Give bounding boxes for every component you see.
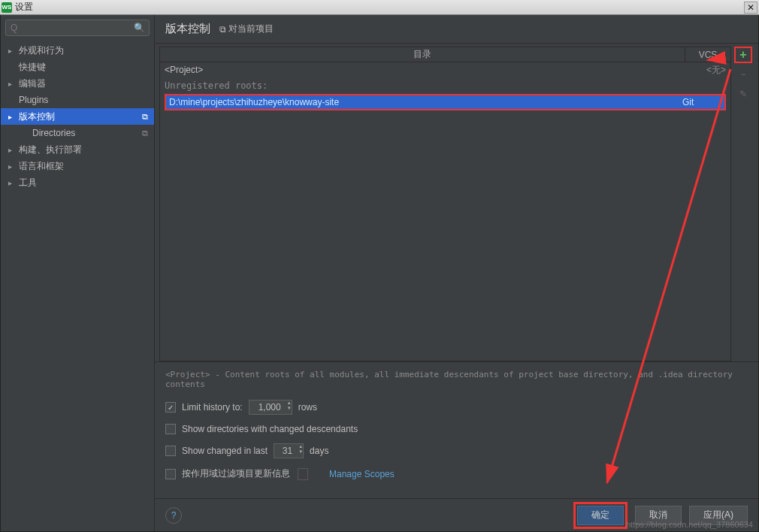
remove-button[interactable]: − — [734, 66, 752, 83]
sidebar-item-1[interactable]: 快捷键 — [1, 59, 154, 75]
main-panel: 版本控制 ⧉ 对当前项目 目录 VCS <Project> <无> Unregi… — [155, 15, 758, 531]
show-changed-checkbox[interactable] — [165, 446, 176, 456]
unregistered-label: Unregistered roots: — [160, 77, 730, 94]
sidebar-item-7[interactable]: ▸语言和框架 — [1, 158, 154, 174]
close-button[interactable]: ✕ — [744, 2, 757, 14]
limit-history-label: Limit history to: — [182, 402, 243, 413]
watermark: https://blog.csdn.net/qq_37860634 — [626, 520, 753, 529]
window-title: 设置 — [15, 1, 744, 14]
app-logo: WS — [2, 2, 12, 13]
filter-scope-checkbox[interactable] — [165, 469, 176, 479]
unregistered-root-row[interactable]: D:\mine\projects\zhihuzheye\knowway-site… — [165, 94, 726, 110]
show-changed-label: Show changed in last — [182, 446, 268, 456]
description-text: <Project> - Content roots of all modules… — [165, 370, 748, 389]
sidebar-item-5[interactable]: Directories⧉ — [1, 125, 154, 141]
sidebar-item-4[interactable]: ▸版本控制⧉ — [1, 108, 154, 125]
sidebar: 🔍 ▸外观和行为快捷键▸编辑器Plugins▸版本控制⧉Directories⧉… — [1, 15, 155, 531]
search-input[interactable] — [5, 20, 150, 36]
search-icon: 🔍 — [134, 23, 145, 33]
project-row[interactable]: <Project> <无> — [160, 62, 730, 77]
show-dirs-checkbox[interactable] — [165, 424, 176, 434]
sidebar-item-6[interactable]: ▸构建、执行部署 — [1, 141, 154, 158]
copy-icon: ⧉ — [219, 24, 226, 35]
vcs-table: 目录 VCS <Project> <无> Unregistered roots:… — [159, 47, 731, 361]
manage-scopes-link[interactable]: Manage Scopes — [329, 469, 395, 479]
help-button[interactable]: ? — [165, 507, 182, 524]
ok-button[interactable]: 确定 — [577, 506, 624, 525]
sidebar-item-0[interactable]: ▸外观和行为 — [1, 42, 154, 59]
scope-label: ⧉ 对当前项目 — [219, 23, 274, 35]
show-dirs-label: Show directories with changed descendant… — [182, 424, 358, 434]
settings-tree: ▸外观和行为快捷键▸编辑器Plugins▸版本控制⧉Directories⧉▸构… — [1, 41, 154, 531]
sidebar-item-3[interactable]: Plugins — [1, 92, 154, 108]
titlebar: WS 设置 ✕ — [0, 0, 759, 15]
col-vcs[interactable]: VCS — [685, 47, 730, 62]
limit-history-checkbox[interactable]: ✓ — [165, 402, 176, 413]
add-button[interactable]: + — [734, 47, 752, 63]
sidebar-item-8[interactable]: ▸工具 — [1, 174, 154, 191]
limit-history-input[interactable] — [249, 400, 292, 415]
col-directory[interactable]: 目录 — [160, 47, 685, 62]
edit-button[interactable]: ✎ — [734, 86, 752, 102]
scope-dropdown[interactable] — [298, 468, 308, 480]
page-title: 版本控制 — [165, 22, 210, 36]
filter-scope-label: 按作用域过滤项目更新信息 — [182, 467, 290, 480]
options-panel: <Project> - Content roots of all modules… — [155, 361, 758, 498]
sidebar-item-2[interactable]: ▸编辑器 — [1, 75, 154, 92]
